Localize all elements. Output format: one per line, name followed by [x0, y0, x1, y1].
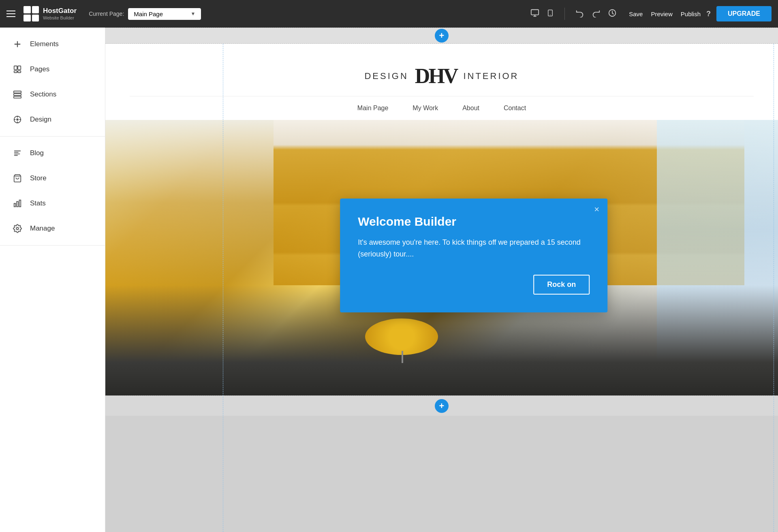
preview-button[interactable]: Preview — [647, 8, 676, 20]
manage-icon — [12, 223, 23, 234]
modal-title: Welcome Builder — [358, 215, 590, 229]
site-nav-about[interactable]: About — [462, 105, 479, 112]
save-button[interactable]: Save — [625, 8, 647, 20]
add-section-button-top[interactable]: + — [435, 29, 449, 43]
history-icon[interactable] — [608, 9, 617, 19]
brand-text: HostGator Website Builder — [43, 7, 77, 21]
sections-icon — [12, 89, 23, 100]
site-nav-main-page[interactable]: Main Page — [357, 105, 389, 112]
svg-rect-8 — [14, 66, 17, 70]
brand-subtitle: Website Builder — [43, 15, 77, 21]
plus-icon — [12, 39, 23, 49]
table-leg — [402, 351, 403, 363]
table-top — [365, 318, 438, 355]
page-selector-value: Main Page — [134, 11, 163, 17]
sidebar-item-blog[interactable]: Blog — [0, 141, 105, 166]
svg-point-25 — [16, 227, 19, 230]
sidebar-item-label: Design — [30, 115, 51, 124]
svg-rect-13 — [14, 94, 21, 96]
hero-section: × Welcome Builder It's awesome you're he… — [105, 120, 778, 395]
desktop-icon[interactable] — [530, 9, 539, 19]
add-section-strip-bottom: + — [105, 395, 778, 416]
hamburger-menu[interactable] — [6, 11, 15, 17]
sidebar-item-store[interactable]: Store — [0, 166, 105, 191]
site-nav-contact[interactable]: Contact — [504, 105, 526, 112]
site-nav: Main Page My Work About Contact — [130, 96, 754, 120]
sidebar-top-section: Elements Pages Sections Design — [0, 28, 105, 137]
svg-rect-9 — [18, 66, 21, 70]
help-button[interactable]: ? — [706, 10, 711, 18]
brand-logo-mark: DHV — [415, 64, 457, 88]
chevron-down-icon: ▼ — [190, 11, 195, 17]
svg-rect-10 — [14, 71, 17, 73]
svg-rect-22 — [14, 203, 16, 207]
sidebar: Elements Pages Sections Design Blog — [0, 28, 105, 532]
stats-icon — [12, 198, 23, 209]
sidebar-item-label: Pages — [30, 65, 49, 73]
redo-icon[interactable] — [592, 9, 601, 19]
site-canvas: DESIGN DHV INTERIOR Main Page My Work Ab… — [105, 44, 778, 395]
sidebar-item-manage[interactable]: Manage — [0, 216, 105, 241]
sidebar-item-label: Stats — [30, 199, 46, 207]
modal-footer: Rock on — [358, 275, 590, 295]
current-page-label: Current Page: — [89, 11, 124, 17]
add-section-button-bottom[interactable]: + — [435, 399, 449, 413]
mobile-icon[interactable] — [547, 9, 554, 19]
svg-rect-14 — [14, 96, 21, 98]
svg-rect-12 — [14, 91, 21, 93]
upgrade-button[interactable]: UPGRADE — [716, 6, 772, 21]
hero-table — [361, 314, 442, 363]
sidebar-item-design[interactable]: Design — [0, 107, 105, 132]
svg-rect-23 — [17, 201, 18, 207]
main-content: + DESIGN DHV INTERIOR Main Page My Work … — [105, 28, 778, 532]
svg-rect-0 — [531, 9, 539, 15]
svg-rect-24 — [19, 200, 21, 207]
svg-point-4 — [550, 14, 551, 15]
brand-name: HostGator — [43, 7, 77, 15]
rock-on-button[interactable]: Rock on — [533, 275, 590, 295]
svg-point-16 — [16, 118, 19, 121]
modal-body: It's awesome you're here. To kick things… — [358, 237, 590, 260]
brand-design-text: DESIGN — [364, 71, 408, 81]
logo-squares — [24, 6, 39, 21]
page-selector-dropdown[interactable]: Main Page ▼ — [128, 8, 201, 20]
undo-icon[interactable] — [575, 9, 584, 19]
modal-close-button[interactable]: × — [594, 205, 599, 214]
sidebar-item-elements[interactable]: Elements — [0, 32, 105, 57]
site-nav-my-work[interactable]: My Work — [413, 105, 438, 112]
top-navbar: HostGator Website Builder Current Page: … — [0, 0, 778, 28]
welcome-modal: × Welcome Builder It's awesome you're he… — [340, 199, 607, 312]
svg-rect-11 — [18, 71, 21, 73]
sidebar-item-label: Store — [30, 174, 47, 182]
sidebar-item-label: Elements — [30, 40, 59, 48]
pages-icon — [12, 64, 23, 75]
publish-button[interactable]: Publish — [677, 8, 705, 20]
sidebar-bottom-section: Blog Store Stats Manage — [0, 137, 105, 246]
canvas-wrapper: + DESIGN DHV INTERIOR Main Page My Work … — [105, 28, 778, 532]
sidebar-item-sections[interactable]: Sections — [0, 82, 105, 107]
add-section-strip-top: + — [105, 28, 778, 44]
device-icons — [530, 8, 617, 20]
store-icon — [12, 173, 23, 184]
sidebar-item-label: Sections — [30, 90, 56, 98]
sidebar-item-stats[interactable]: Stats — [0, 191, 105, 216]
sidebar-item-label: Blog — [30, 149, 44, 157]
site-header: DESIGN DHV INTERIOR Main Page My Work Ab… — [105, 44, 778, 120]
blog-icon — [12, 148, 23, 158]
site-brand: DESIGN DHV INTERIOR — [130, 56, 754, 92]
sidebar-item-label: Manage — [30, 224, 55, 233]
brand-logo: HostGator Website Builder — [24, 6, 77, 21]
sidebar-item-pages[interactable]: Pages — [0, 57, 105, 82]
design-icon — [12, 114, 23, 125]
brand-interior-text: INTERIOR — [463, 71, 519, 81]
